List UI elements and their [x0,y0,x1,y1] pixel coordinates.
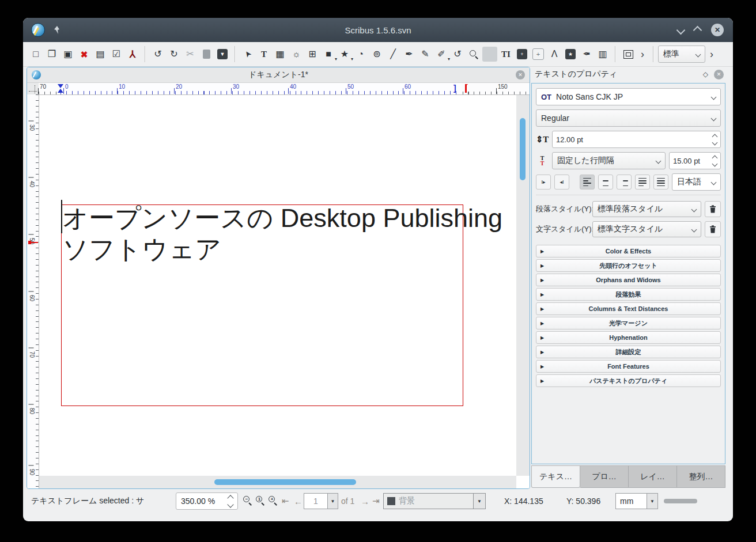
float-panel-icon[interactable]: ◇ [703,70,708,78]
insert-freehand-button[interactable]: ✎ [417,46,433,63]
section-color-effects[interactable]: ▶Color & Effects [536,245,721,257]
window-titlebar[interactable]: Scribus 1.5.6.svn ✕ [23,18,733,42]
horizontal-ruler[interactable]: 70 0 10 20 30 40 50 60 150 ] [39,83,530,95]
document-close-icon[interactable]: ✕ [516,70,525,79]
close-document-button[interactable]: ✖ [76,46,92,63]
cut-button[interactable]: ✂ [182,46,198,63]
preflight-button[interactable]: ☑ [108,46,124,63]
previous-page-button[interactable]: ← [294,496,303,506]
close-window-icon[interactable]: ✕ [711,24,724,36]
canvas[interactable]: オープンソースの Desktop Publishing ソフトウェア [39,95,530,488]
font-style-select[interactable]: Regular [536,109,721,127]
edit-contents-button[interactable] [482,46,498,63]
line-spacing-spinbox[interactable]: 15.00 pt [669,152,721,169]
align-force-justify-button[interactable] [653,175,668,189]
panel-close-icon[interactable]: ✕ [714,70,724,79]
measurements-button[interactable]: Λ [546,46,562,63]
insert-text-frame-button[interactable]: T [256,46,272,63]
pdf-push-button-tool[interactable] [620,46,636,63]
indent-marker[interactable] [58,84,63,88]
unit-select[interactable]: mm ▼ [615,493,658,509]
tab-properties[interactable]: プロ… [580,466,629,488]
panel-header[interactable]: テキストのプロパティ ◇ ✕ [531,67,727,82]
section-first-line-offset[interactable]: ▶先頭行のオフセット [536,259,721,272]
zoom-out-button[interactable]: − [243,495,252,507]
tab-align[interactable]: 整列… [677,466,725,488]
link-text-frames-button[interactable]: + [514,46,530,63]
spin-up-icon[interactable] [712,134,718,139]
document-titlebar[interactable]: ドキュメント-1* ✕ [27,67,530,83]
spin-down-icon[interactable] [227,501,233,507]
story-editor-button[interactable]: TI [498,46,514,63]
redo-button[interactable]: ↻ [166,46,182,63]
section-orphans-widows[interactable]: ▶Orphans and Widows [536,274,721,286]
copy-button[interactable] [198,46,214,63]
font-size-spinbox[interactable]: 12.00 pt [552,131,721,148]
spin-up-icon[interactable] [712,155,718,161]
section-font-features[interactable]: ▶Font Features [536,360,721,373]
paragraph-style-select[interactable]: 標準段落スタイル [592,201,701,217]
rotate-item-button[interactable]: ↺ [449,46,466,63]
align-left-button[interactable] [580,175,595,189]
horizontal-scrollbar-thumb[interactable] [214,479,356,485]
section-advanced-settings[interactable]: ▶詳細設定 [536,346,721,358]
maximize-icon[interactable] [693,25,702,35]
align-justify-button[interactable] [635,175,650,189]
insert-barcode-button[interactable]: ▥ [595,46,611,63]
eye-dropper-button[interactable]: ✒ [579,46,595,63]
insert-shape-button[interactable]: ■▾ [320,46,337,63]
vertical-ruler[interactable]: 30 40 50 60 70 80 90 [27,94,39,488]
zoom-spinbox[interactable]: 350.00 % [176,492,238,510]
language-select[interactable]: 日本語 [672,173,721,191]
layer-dropdown-button[interactable]: ▼ [473,494,485,509]
spin-down-icon[interactable] [712,139,718,145]
line-spacing-mode-select[interactable]: 固定した行間隔 [552,152,666,169]
page-spin-down-button[interactable]: ▼ [327,494,338,509]
insert-bezier-button[interactable]: ✒ [401,46,417,63]
ruler-origin[interactable] [27,83,39,94]
insert-spiral-button[interactable]: ⊚ [369,46,385,63]
minimize-icon[interactable] [676,25,686,35]
toolbar-overflow-chevron[interactable]: › [705,48,718,60]
unit-dropdown-button[interactable]: ▼ [647,494,657,509]
spin-down-icon[interactable] [712,161,718,166]
undo-button[interactable]: ↺ [150,46,166,63]
insert-calligraphic-button[interactable]: ✐▾ [433,46,449,63]
paste-button[interactable]: ▼ [214,46,230,63]
select-item-button[interactable]: ➤ [240,46,256,63]
toolbar-overflow-chevron[interactable]: › [636,48,649,60]
tab-layers[interactable]: レイ… [629,466,677,488]
zoom-in-button[interactable]: + [268,495,278,507]
new-document-button[interactable]: □ [28,46,44,63]
tab-text-properties[interactable]: テキス… [531,466,580,488]
ltr-direction-button[interactable]: I▸ [536,175,551,189]
first-page-button[interactable]: ⇤ [282,496,289,506]
rtl-direction-button[interactable]: ◂I [554,175,569,189]
print-button[interactable]: ▤ [92,46,108,63]
section-hyphenation[interactable]: ▶Hyphenation [536,331,721,344]
vertical-scrollbar-thumb[interactable] [520,118,526,180]
right-indent-marker[interactable]: ] [453,84,456,93]
zoom-tool-button[interactable] [466,46,482,63]
align-center-button[interactable] [598,175,613,189]
spin-up-icon[interactable] [227,495,233,501]
last-page-button[interactable]: ⇥ [372,496,380,506]
vision-mode-select[interactable]: 標準 [658,46,705,63]
save-document-button[interactable]: ▣ [60,46,76,63]
section-paragraph-effects[interactable]: ▶段落効果 [536,288,721,301]
pin-icon[interactable] [53,25,61,35]
copy-item-properties-button[interactable]: ★ [562,46,579,63]
align-right-button[interactable] [617,175,632,189]
text-frame[interactable]: オープンソースの Desktop Publishing ソフトウェア [61,204,463,406]
page-number-spinbox[interactable]: 1 ▼ [304,493,338,509]
insert-line-button[interactable]: ╱ [385,46,401,63]
zoom-100-button[interactable]: 1 [255,495,265,507]
insert-arc-button[interactable]: ◔ [353,46,369,63]
layer-select[interactable]: 背景 ▼ [383,493,486,509]
insert-table-button[interactable]: ⊞ [304,46,320,63]
font-family-select[interactable]: OT Noto Sans CJK JP [536,88,721,105]
character-style-select[interactable]: 標準文字スタイル [592,221,701,237]
insert-image-frame-button[interactable]: ▦ [272,46,288,63]
export-pdf-button[interactable]: ⅄ [124,46,141,63]
vertical-scrollbar[interactable] [516,95,530,476]
